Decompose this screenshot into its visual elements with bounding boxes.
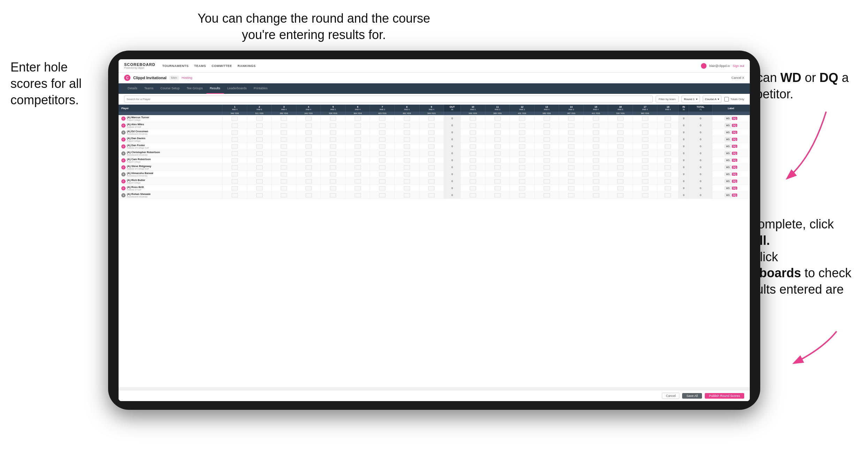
score-input-h15[interactable] (593, 172, 599, 176)
score-input-h6[interactable] (355, 144, 361, 149)
score-input-h12[interactable] (519, 158, 525, 163)
score-input-h10[interactable] (470, 144, 476, 149)
score-h12[interactable] (510, 192, 535, 199)
score-h6[interactable] (345, 129, 370, 136)
score-input-h1[interactable] (232, 151, 238, 156)
score-h5[interactable] (321, 171, 346, 178)
score-input-h16[interactable] (617, 165, 624, 170)
score-h18[interactable] (657, 178, 679, 185)
score-h6[interactable] (345, 115, 370, 122)
score-h3[interactable] (272, 171, 296, 178)
score-h5[interactable] (321, 136, 346, 143)
score-h1[interactable] (222, 192, 247, 199)
score-input-h11[interactable] (495, 193, 501, 197)
score-h3[interactable] (272, 136, 296, 143)
score-h14[interactable] (559, 192, 584, 199)
score-input-h8[interactable] (404, 144, 410, 149)
score-h1[interactable] (222, 171, 247, 178)
score-h14[interactable] (559, 185, 584, 192)
score-h8[interactable] (394, 136, 419, 143)
score-h1[interactable] (222, 157, 247, 164)
score-input-h2[interactable] (256, 137, 263, 142)
score-input-h14[interactable] (568, 158, 574, 163)
score-input-h6[interactable] (355, 165, 361, 170)
score-input-h1[interactable] (232, 165, 238, 170)
score-h8[interactable] (394, 185, 419, 192)
score-input-h16[interactable] (617, 130, 624, 135)
score-input-h7[interactable] (379, 158, 385, 163)
score-input-h7[interactable] (379, 130, 385, 135)
score-input-h13[interactable] (544, 123, 550, 128)
score-input-h11[interactable] (495, 165, 501, 170)
score-h13[interactable] (534, 136, 559, 143)
score-input-h11[interactable] (495, 158, 501, 163)
score-h5[interactable] (321, 178, 346, 185)
score-input-h8[interactable] (404, 193, 410, 197)
score-h9[interactable] (419, 178, 444, 185)
score-input-h5[interactable] (330, 165, 336, 170)
score-input-h2[interactable] (256, 179, 263, 183)
score-input-h6[interactable] (355, 158, 361, 163)
wd-button[interactable]: WD (725, 165, 731, 169)
score-h12[interactable] (510, 115, 535, 122)
score-h1[interactable] (222, 122, 247, 129)
score-h13[interactable] (534, 192, 559, 199)
score-input-h4[interactable] (305, 179, 312, 183)
score-input-h8[interactable] (404, 116, 410, 121)
score-input-h7[interactable] (379, 137, 385, 142)
score-input-h15[interactable] (593, 116, 599, 121)
score-h10[interactable] (461, 122, 485, 129)
score-input-h13[interactable] (544, 186, 550, 190)
score-h2[interactable] (247, 115, 272, 122)
score-input-h17[interactable] (642, 186, 648, 190)
wd-button[interactable]: WD (725, 137, 731, 141)
dq-button[interactable]: DQ (732, 166, 738, 169)
score-input-h17[interactable] (642, 137, 648, 142)
score-h9[interactable] (419, 171, 444, 178)
score-h15[interactable] (583, 129, 608, 136)
score-h7[interactable] (370, 129, 395, 136)
wd-button[interactable]: WD (725, 130, 731, 134)
score-h15[interactable] (583, 143, 608, 150)
score-h4[interactable] (296, 178, 321, 185)
dq-button[interactable]: DQ (732, 117, 738, 120)
score-input-h16[interactable] (617, 116, 624, 121)
score-h7[interactable] (370, 136, 395, 143)
score-input-h10[interactable] (470, 172, 476, 176)
score-h16[interactable] (608, 192, 633, 199)
score-h11[interactable] (485, 164, 510, 171)
score-h13[interactable] (534, 171, 559, 178)
score-h10[interactable] (461, 164, 485, 171)
score-h4[interactable] (296, 185, 321, 192)
score-h15[interactable] (583, 185, 608, 192)
score-input-h12[interactable] (519, 130, 525, 135)
score-h16[interactable] (608, 164, 633, 171)
score-input-h8[interactable] (404, 123, 410, 128)
nav-rankings[interactable]: RANKINGS (237, 64, 256, 68)
score-input-h14[interactable] (568, 186, 574, 190)
score-h14[interactable] (559, 157, 584, 164)
score-h15[interactable] (583, 136, 608, 143)
score-h13[interactable] (534, 129, 559, 136)
score-input-h16[interactable] (617, 137, 624, 142)
dq-button[interactable]: DQ (732, 152, 738, 155)
score-input-h13[interactable] (544, 137, 550, 142)
score-input-h4[interactable] (305, 144, 312, 149)
score-h13[interactable] (534, 185, 559, 192)
score-h13[interactable] (534, 150, 559, 157)
score-h11[interactable] (485, 150, 510, 157)
score-h17[interactable] (633, 129, 657, 136)
score-h10[interactable] (461, 143, 485, 150)
score-h5[interactable] (321, 157, 346, 164)
score-input-h5[interactable] (330, 193, 336, 197)
score-input-h9[interactable] (428, 186, 435, 190)
score-input-h18[interactable] (665, 193, 671, 197)
score-h15[interactable] (583, 157, 608, 164)
score-input-h6[interactable] (355, 130, 361, 135)
score-h6[interactable] (345, 185, 370, 192)
score-input-h14[interactable] (568, 151, 574, 156)
score-h14[interactable] (559, 115, 584, 122)
score-h17[interactable] (633, 192, 657, 199)
score-input-h8[interactable] (404, 137, 410, 142)
score-h5[interactable] (321, 129, 346, 136)
